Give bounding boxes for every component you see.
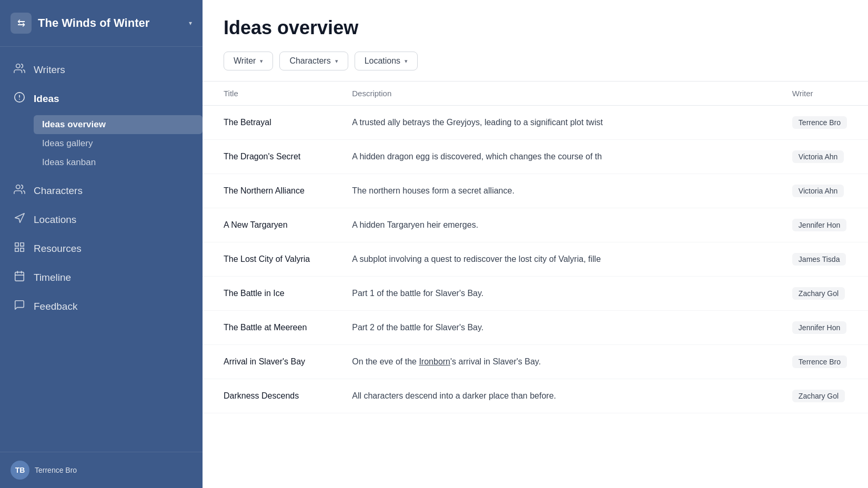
- sidebar-item-writers[interactable]: Writers: [0, 55, 203, 84]
- writer-badge: Jennifer Hon: [792, 219, 846, 231]
- writer-badge: Zachary Gol: [792, 390, 845, 402]
- cell-description: Part 2 of the battle for Slaver's Bay.: [331, 311, 771, 345]
- table-row[interactable]: The Dragon's SecretA hidden dragon egg i…: [203, 140, 868, 174]
- sidebar-item-ideas-gallery[interactable]: Ideas gallery: [34, 134, 203, 153]
- cell-title: A New Targaryen: [203, 208, 331, 242]
- writer-badge: James Tisda: [792, 253, 846, 266]
- sidebar-item-ideas-kanban[interactable]: Ideas kanban: [34, 153, 203, 172]
- cell-description: A hidden dragon egg is discovered, which…: [331, 140, 771, 174]
- cell-title: The Northern Alliance: [203, 174, 331, 208]
- writer-badge: Terrence Bro: [792, 355, 847, 368]
- svg-rect-7: [21, 243, 24, 246]
- filter-locations-label: Locations: [365, 56, 401, 66]
- cell-title: The Dragon's Secret: [203, 140, 331, 174]
- sidebar-item-locations-label: Locations: [34, 214, 76, 226]
- filter-characters[interactable]: Characters ▾: [279, 52, 348, 70]
- table-row[interactable]: Arrival in Slaver's BayOn the eve of the…: [203, 345, 868, 379]
- ideas-table: Title Description Writer The BetrayalA t…: [203, 82, 868, 413]
- table-row[interactable]: The Lost City of ValyriaA subplot involv…: [203, 242, 868, 277]
- filter-characters-label: Characters: [289, 56, 330, 66]
- filter-characters-chevron: ▾: [335, 58, 338, 65]
- sidebar-item-locations[interactable]: Locations: [0, 205, 203, 234]
- sidebar-item-feedback-label: Feedback: [34, 301, 77, 312]
- cell-writer: Terrence Bro: [771, 345, 868, 379]
- svg-rect-6: [15, 243, 18, 246]
- cell-title: The Battle at Meereen: [203, 311, 331, 345]
- sidebar-item-resources-label: Resources: [34, 243, 82, 255]
- sidebar-title: The Winds of Winter: [38, 16, 149, 30]
- writer-badge: Victoria Ahn: [792, 150, 844, 163]
- filter-writer-chevron: ▾: [260, 58, 263, 65]
- ideas-icon: [13, 92, 26, 106]
- sidebar-logo-icon: ⇆: [11, 13, 32, 34]
- filter-writer-label: Writer: [234, 56, 256, 66]
- writer-badge: Zachary Gol: [792, 287, 845, 300]
- svg-rect-8: [21, 248, 24, 251]
- sidebar: ⇆ The Winds of Winter ▾ Writers Ideas Id…: [0, 0, 203, 488]
- characters-icon: [13, 184, 26, 198]
- sidebar-item-ideas-label: Ideas: [34, 93, 59, 105]
- writer-badge: Jennifer Hon: [792, 321, 846, 334]
- sidebar-item-feedback[interactable]: Feedback: [0, 292, 203, 321]
- cell-title: Darkness Descends: [203, 379, 331, 413]
- svg-rect-9: [15, 248, 18, 251]
- table-row[interactable]: The Battle in IcePart 1 of the battle fo…: [203, 277, 868, 311]
- svg-point-4: [16, 185, 20, 189]
- sidebar-item-writers-label: Writers: [34, 64, 65, 76]
- sidebar-item-characters[interactable]: Characters: [0, 176, 203, 205]
- filter-writer[interactable]: Writer ▾: [224, 52, 273, 70]
- table-row[interactable]: The Battle at MeereenPart 2 of the battl…: [203, 311, 868, 345]
- table-row[interactable]: Darkness DescendsAll characters descend …: [203, 379, 868, 413]
- cell-description: Part 1 of the battle for Slaver's Bay.: [331, 277, 771, 311]
- cell-description: The northern houses form a secret allian…: [331, 174, 771, 208]
- feedback-icon: [13, 299, 26, 313]
- main-content: Ideas overview Writer ▾ Characters ▾ Loc…: [203, 0, 868, 488]
- ironborn-link[interactable]: Ironborn: [419, 357, 450, 366]
- sidebar-item-timeline-label: Timeline: [34, 272, 71, 283]
- cell-description: A subplot involving a quest to rediscove…: [331, 242, 771, 277]
- cell-description: A hidden Targaryen heir emerges.: [331, 208, 771, 242]
- table-row[interactable]: The Northern AllianceThe northern houses…: [203, 174, 868, 208]
- sidebar-sub-nav: Ideas overview Ideas gallery Ideas kanba…: [0, 113, 203, 176]
- sidebar-item-characters-label: Characters: [34, 185, 83, 197]
- writers-icon: [13, 63, 26, 77]
- table-row[interactable]: The BetrayalA trusted ally betrays the G…: [203, 106, 868, 140]
- cell-writer: Jennifer Hon: [771, 311, 868, 345]
- filter-locations-chevron: ▾: [405, 58, 408, 65]
- col-title: Title: [203, 82, 331, 106]
- timeline-icon: [13, 270, 26, 284]
- sidebar-item-timeline[interactable]: Timeline: [0, 263, 203, 292]
- sidebar-item-ideas[interactable]: Ideas: [0, 84, 203, 113]
- cell-title: The Betrayal: [203, 106, 331, 140]
- table-row[interactable]: A New TargaryenA hidden Targaryen heir e…: [203, 208, 868, 242]
- col-description: Description: [331, 82, 771, 106]
- cell-writer: Victoria Ahn: [771, 174, 868, 208]
- cell-writer: Zachary Gol: [771, 379, 868, 413]
- cell-writer: Jennifer Hon: [771, 208, 868, 242]
- writer-badge: Terrence Bro: [792, 116, 847, 129]
- cell-title: The Lost City of Valyria: [203, 242, 331, 277]
- cell-title: Arrival in Slaver's Bay: [203, 345, 331, 379]
- cell-title: The Battle in Ice: [203, 277, 331, 311]
- filter-locations[interactable]: Locations ▾: [355, 52, 418, 70]
- page-title: Ideas overview: [224, 17, 847, 39]
- cell-writer: Terrence Bro: [771, 106, 868, 140]
- writer-badge: Victoria Ahn: [792, 185, 844, 197]
- user-name: Terrence Bro: [35, 466, 77, 474]
- avatar: TB: [11, 461, 29, 480]
- svg-rect-10: [15, 272, 24, 281]
- col-writer: Writer: [771, 82, 868, 106]
- ideas-table-container: Title Description Writer The BetrayalA t…: [203, 82, 868, 488]
- cell-writer: Zachary Gol: [771, 277, 868, 311]
- cell-description: All characters descend into a darker pla…: [331, 379, 771, 413]
- sidebar-item-resources[interactable]: Resources: [0, 234, 203, 263]
- sidebar-footer: TB Terrence Bro: [0, 452, 203, 488]
- sidebar-chevron-icon[interactable]: ▾: [189, 19, 192, 27]
- resources-icon: [13, 241, 26, 256]
- cell-writer: Victoria Ahn: [771, 140, 868, 174]
- cell-description: On the eve of the Ironborn's arrival in …: [331, 345, 771, 379]
- sidebar-nav: Writers Ideas Ideas overview Ideas galle…: [0, 47, 203, 452]
- svg-marker-5: [15, 214, 24, 222]
- svg-point-0: [16, 64, 20, 68]
- sidebar-item-ideas-overview[interactable]: Ideas overview: [34, 115, 203, 134]
